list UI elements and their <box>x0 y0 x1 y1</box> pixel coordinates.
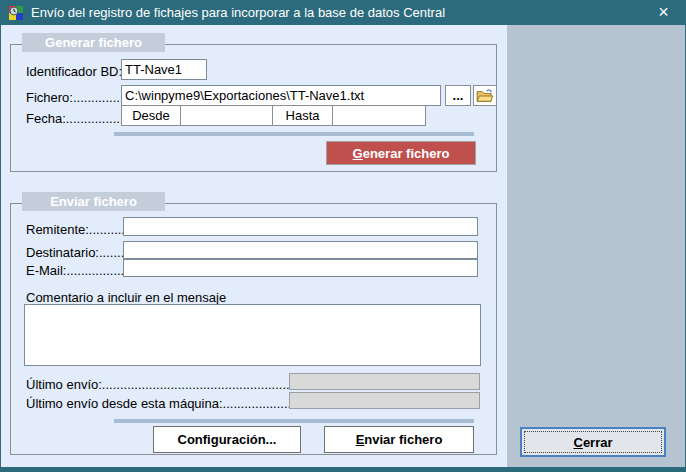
divider-line <box>114 419 474 423</box>
fecha-desde-input[interactable] <box>180 106 272 125</box>
enviar-button-label: nviar fichero <box>364 432 442 447</box>
enviar-button-accel: E <box>356 432 365 447</box>
ultimo-envio-maquina-label: Último envío desde esta máquina:........… <box>26 395 289 412</box>
dialog-window: Envío del registro de fichajes para inco… <box>0 0 686 472</box>
title-bar: Envío del registro de fichajes para inco… <box>0 0 686 25</box>
cerrar-button-label: errar <box>583 435 613 450</box>
ellipsis-icon: ... <box>453 88 464 103</box>
fecha-label: Fecha:.......................... <box>26 110 121 127</box>
identificador-bd-label: Identificador BD:.. <box>26 63 121 80</box>
configuracion-button[interactable]: Configuración... <box>153 426 301 453</box>
group-generar-fichero: Identificador BD:.. Fichero:............… <box>10 44 497 172</box>
window-title: Envío del registro de fichajes para inco… <box>31 5 445 20</box>
destinatario-input[interactable] <box>123 241 478 259</box>
fecha-hasta-input[interactable] <box>332 106 425 125</box>
ultimo-envio-label: Último envío:...........................… <box>26 376 289 393</box>
cerrar-button-accel: C <box>573 435 582 450</box>
configuracion-button-label: Configuración... <box>178 432 277 447</box>
identificador-bd-input[interactable] <box>121 59 207 80</box>
cerrar-button[interactable]: Cerrar <box>520 427 666 457</box>
comentario-textarea[interactable] <box>24 304 481 366</box>
fecha-desde-label: Desde <box>122 106 180 125</box>
group-header-generar-fichero: Generar fichero <box>22 33 165 52</box>
open-folder-button[interactable] <box>473 85 497 106</box>
open-folder-icon <box>476 89 494 103</box>
close-icon: × <box>658 2 669 23</box>
fichero-label: Fichero:.......................... <box>26 89 121 106</box>
group-enviar-fichero: Remitente:.................... Destinata… <box>10 203 497 455</box>
enviar-fichero-button[interactable]: Enviar fichero <box>324 426 474 453</box>
destinatario-label: Destinatario:................. <box>26 244 123 261</box>
app-clock-icon <box>8 5 24 21</box>
email-input[interactable] <box>123 259 478 277</box>
generar-button-accel: G <box>353 146 363 161</box>
group-header-enviar-fichero: Enviar fichero <box>22 192 165 211</box>
fecha-range-table: Desde Hasta <box>121 105 426 126</box>
ultimo-envio-field <box>289 373 480 390</box>
browse-file-button[interactable]: ... <box>445 85 471 106</box>
fecha-hasta-label: Hasta <box>272 106 332 125</box>
generar-fichero-button[interactable]: Generar fichero <box>326 141 476 165</box>
remitente-input[interactable] <box>123 217 478 236</box>
generar-button-label: enerar fichero <box>363 146 450 161</box>
close-button[interactable]: × <box>641 0 686 25</box>
email-label: E-Mail:......................... <box>26 262 123 279</box>
fichero-path-input[interactable] <box>121 85 441 106</box>
ultimo-envio-maquina-field <box>289 392 480 409</box>
side-panel <box>507 25 685 467</box>
remitente-label: Remitente:.................... <box>26 221 123 238</box>
divider-line <box>114 132 474 136</box>
